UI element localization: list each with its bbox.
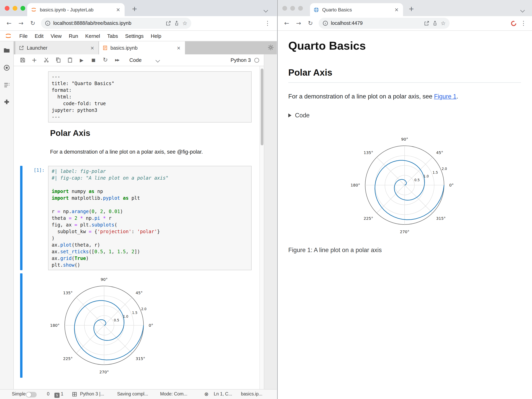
browser-menu-dots-icon[interactable]: ⋮ bbox=[265, 20, 271, 26]
interrupt-kernel-icon[interactable]: ■ bbox=[88, 58, 99, 62]
open-in-new-icon[interactable] bbox=[166, 20, 171, 26]
forward-icon[interactable]: → bbox=[293, 20, 304, 26]
kernel-indicator[interactable]: Python 3 bbox=[230, 57, 264, 63]
tab-search-chevron-icon[interactable] bbox=[521, 6, 524, 13]
figure-container: 0°45°90°135°180°225°270°315°0.51.01.52.0 bbox=[288, 135, 521, 236]
simple-interface-label: Simple bbox=[12, 392, 26, 396]
paste-cells-icon[interactable] bbox=[64, 57, 76, 63]
page-title: Quarto Basics bbox=[288, 39, 521, 52]
menu-view[interactable]: View bbox=[47, 33, 65, 39]
cell-type-value: Code bbox=[129, 57, 142, 63]
update-chrome-icon[interactable] bbox=[511, 20, 517, 26]
document-tab-bar: Launcher × basics.ipynb × bbox=[14, 41, 277, 54]
extensions-icon[interactable] bbox=[3, 99, 10, 106]
close-tab-icon[interactable]: × bbox=[115, 7, 121, 12]
copy-cells-icon[interactable] bbox=[52, 57, 64, 63]
add-cell-icon[interactable]: + bbox=[28, 57, 40, 63]
kernel-status-text[interactable]: Python 3 |... bbox=[80, 392, 104, 396]
maximize-traffic-light[interactable] bbox=[20, 6, 25, 11]
tab-notebook[interactable]: basics.ipynb × bbox=[99, 41, 185, 54]
close-notebook-tab-icon[interactable]: × bbox=[176, 45, 181, 50]
menu-help[interactable]: Help bbox=[147, 33, 165, 39]
figure-link[interactable]: Figure 1 bbox=[434, 93, 456, 100]
bookmark-star-icon[interactable]: ☆ bbox=[441, 20, 446, 26]
menu-file[interactable]: File bbox=[16, 33, 31, 39]
code-fold-toggle[interactable]: Code bbox=[288, 112, 521, 119]
save-icon[interactable] bbox=[17, 57, 28, 63]
cell-type-select[interactable]: Code bbox=[128, 56, 161, 64]
tab-search-chevron-icon[interactable] bbox=[264, 6, 267, 13]
new-tab-button[interactable]: + bbox=[409, 6, 414, 12]
url-text[interactable]: localhost:8888/lab/tree/basics.ipynb bbox=[53, 20, 163, 26]
back-icon[interactable]: ← bbox=[281, 20, 293, 26]
url-text[interactable]: localhost:4479 bbox=[331, 20, 421, 26]
polar-plot-figure: 0°45°90°135°180°225°270°315°0.51.01.52.0 bbox=[349, 135, 460, 236]
terminal-count: 1 bbox=[61, 392, 63, 396]
terminal-sessions[interactable]: $ 1 bbox=[54, 392, 63, 398]
svg-text:1.0: 1.0 bbox=[123, 314, 128, 319]
dock-panel: Launcher × basics.ipynb × + bbox=[14, 41, 277, 389]
browser-tab[interactable]: basics.ipynb - JupyterLab × bbox=[27, 3, 125, 16]
address-bar[interactable]: localhost:8888/lab/tree/basics.ipynb ☆ bbox=[41, 18, 191, 29]
notifications-count[interactable]: 0 bbox=[47, 392, 50, 396]
minimize-traffic-light[interactable] bbox=[290, 6, 295, 11]
share-icon[interactable] bbox=[432, 20, 438, 26]
kernel-sessions-icon[interactable] bbox=[72, 392, 77, 397]
restart-run-all-icon[interactable]: ▶▶ bbox=[111, 58, 123, 62]
close-traffic-light[interactable] bbox=[282, 6, 287, 11]
browser-tab-title: Quarto Basics bbox=[322, 7, 390, 12]
menu-edit[interactable]: Edit bbox=[31, 33, 47, 39]
close-tab-icon[interactable]: × bbox=[393, 7, 399, 12]
scrollbar-thumb[interactable] bbox=[261, 68, 263, 145]
simple-interface-toggle[interactable] bbox=[26, 392, 37, 397]
raw-cell[interactable]: ---title: "Quarto Basics"format: html: c… bbox=[48, 71, 252, 123]
cut-cells-icon[interactable] bbox=[40, 57, 52, 63]
restart-kernel-icon[interactable]: ↻ bbox=[99, 57, 111, 63]
files-icon[interactable] bbox=[3, 47, 10, 54]
input-collapser[interactable] bbox=[20, 166, 22, 270]
menu-kernel[interactable]: Kernel bbox=[82, 33, 103, 39]
reload-icon[interactable]: ↻ bbox=[27, 20, 39, 26]
minimize-traffic-light[interactable] bbox=[13, 6, 17, 11]
site-info-icon[interactable] bbox=[323, 20, 328, 26]
cursor-position[interactable]: Ln 1, C... bbox=[214, 392, 232, 396]
new-tab-button[interactable]: + bbox=[132, 6, 137, 12]
menu-tabs[interactable]: Tabs bbox=[104, 33, 122, 39]
svg-text:135°: 135° bbox=[63, 290, 73, 295]
svg-text:180°: 180° bbox=[351, 183, 360, 187]
share-icon[interactable] bbox=[174, 20, 180, 26]
right-sidebar-strip bbox=[264, 54, 277, 389]
menu-run[interactable]: Run bbox=[65, 33, 82, 39]
run-cell-icon[interactable]: ▶ bbox=[76, 58, 88, 62]
jupyter-favicon bbox=[31, 7, 37, 12]
maximize-traffic-light[interactable] bbox=[298, 6, 303, 11]
close-launcher-tab-icon[interactable]: × bbox=[89, 45, 95, 50]
paragraph-text-end: . bbox=[456, 93, 458, 100]
table-of-contents-icon[interactable] bbox=[3, 81, 10, 89]
output-collapser[interactable] bbox=[20, 273, 22, 378]
tab-launcher[interactable]: Launcher × bbox=[15, 41, 99, 54]
bookmark-star-icon[interactable]: ☆ bbox=[182, 20, 187, 26]
code-cell[interactable]: #| label: fig-polar#| fig-cap: "A line p… bbox=[48, 166, 252, 270]
forward-icon[interactable]: → bbox=[15, 20, 27, 26]
browser-tab[interactable]: Quarto Basics × bbox=[310, 3, 403, 16]
close-traffic-light[interactable] bbox=[5, 6, 9, 11]
open-in-new-icon[interactable] bbox=[424, 20, 430, 26]
svg-text:2.0: 2.0 bbox=[442, 167, 447, 171]
browser-menu-dots-icon[interactable]: ⋮ bbox=[520, 20, 526, 26]
svg-text:225°: 225° bbox=[63, 356, 73, 361]
address-bar[interactable]: localhost:4479 ☆ bbox=[319, 18, 450, 29]
back-icon[interactable]: ← bbox=[3, 20, 15, 26]
site-info-icon[interactable] bbox=[45, 20, 51, 26]
kernel-name: Python 3 bbox=[230, 57, 251, 63]
notebook-content: ---title: "Quarto Basics"format: html: c… bbox=[14, 66, 260, 389]
svg-text:1.5: 1.5 bbox=[132, 311, 137, 315]
mode-status[interactable]: Mode: Com... bbox=[160, 392, 187, 396]
notebook-scrollbar[interactable] bbox=[260, 66, 264, 389]
error-circle-icon[interactable]: ⊗ bbox=[204, 392, 209, 397]
running-sessions-icon[interactable] bbox=[3, 64, 10, 71]
gear-icon[interactable] bbox=[267, 44, 274, 52]
reload-icon[interactable]: ↻ bbox=[304, 20, 316, 26]
tab-notebook-label: basics.ipynb bbox=[110, 45, 138, 51]
menu-settings[interactable]: Settings bbox=[121, 33, 147, 39]
